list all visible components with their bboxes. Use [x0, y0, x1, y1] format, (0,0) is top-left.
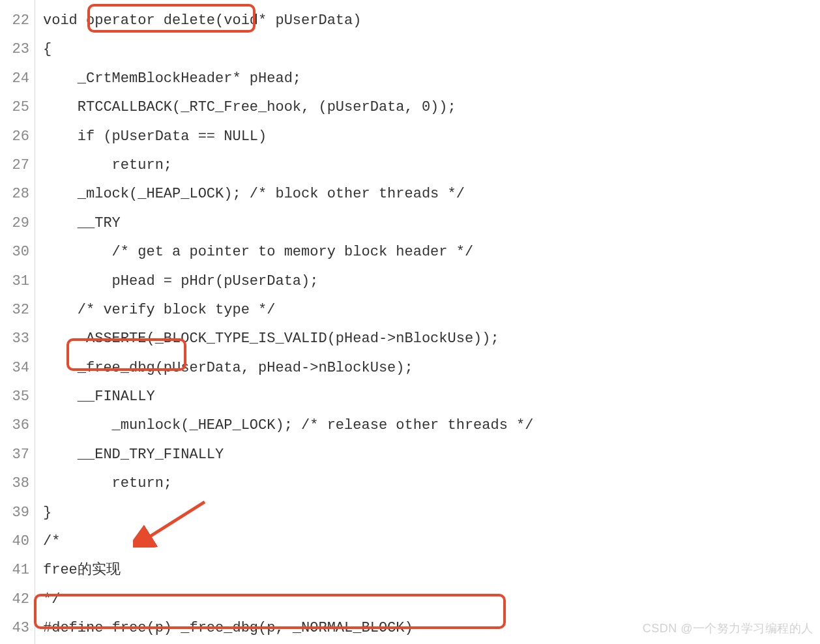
line-number: 27 — [0, 151, 35, 180]
line-number: 25 — [0, 93, 35, 122]
line-number: 29 — [0, 209, 35, 238]
code-line: pHead = pHdr(pUserData); — [43, 267, 820, 296]
line-number: 30 — [0, 238, 35, 267]
line-number: 37 — [0, 441, 35, 469]
line-number: 36 — [0, 411, 35, 440]
line-number: 39 — [0, 499, 35, 527]
line-number: 26 — [0, 123, 35, 151]
code-line: __END_TRY_FINALLY — [43, 441, 820, 469]
line-number: 35 — [0, 383, 35, 411]
code-line: { — [43, 35, 820, 64]
line-number: 23 — [0, 35, 35, 64]
code-line: RTCCALLBACK(_RTC_Free_hook, (pUserData, … — [43, 93, 820, 122]
code-editor: 22 23 24 25 26 27 28 29 30 31 32 33 34 3… — [0, 0, 820, 644]
code-line: */ — [43, 585, 820, 614]
code-line: } — [43, 499, 820, 527]
line-number: 33 — [0, 325, 35, 353]
line-number: 31 — [0, 267, 35, 296]
line-number: 28 — [0, 180, 35, 209]
line-number: 40 — [0, 527, 35, 556]
code-line: /* verify block type */ — [43, 296, 820, 325]
line-number: 24 — [0, 65, 35, 93]
code-line: _free_dbg(pUserData, pHead->nBlockUse); — [43, 354, 820, 383]
code-line: if (pUserData == NULL) — [43, 123, 820, 151]
line-number: 38 — [0, 469, 35, 498]
line-number: 41 — [0, 556, 35, 585]
line-number: 32 — [0, 296, 35, 325]
code-line: __TRY — [43, 209, 820, 238]
code-line: __FINALLY — [43, 383, 820, 411]
line-number: 34 — [0, 354, 35, 383]
code-line: _munlock(_HEAP_LOCK); /* release other t… — [43, 411, 820, 440]
line-number-gutter: 22 23 24 25 26 27 28 29 30 31 32 33 34 3… — [0, 0, 35, 644]
code-line: /* get a pointer to memory block header … — [43, 238, 820, 267]
code-content: void operator delete(void* pUserData) { … — [35, 0, 820, 644]
code-line: _CrtMemBlockHeader* pHead; — [43, 65, 820, 93]
code-line: ASSERTE(_BLOCK_TYPE_IS_VALID(pHead->nBlo… — [43, 325, 820, 353]
code-line: void operator delete(void* pUserData) — [43, 7, 820, 35]
line-number: 42 — [0, 585, 35, 614]
code-line: return; — [43, 469, 820, 498]
line-number: 43 — [0, 614, 35, 643]
code-line: return; — [43, 151, 820, 180]
code-line: free的实现 — [43, 556, 820, 585]
watermark-text: CSDN @一个努力学习编程的人 — [643, 621, 813, 636]
code-line: _mlock(_HEAP_LOCK); /* block other threa… — [43, 180, 820, 209]
line-number: 22 — [0, 7, 35, 35]
code-line: /* — [43, 527, 820, 556]
